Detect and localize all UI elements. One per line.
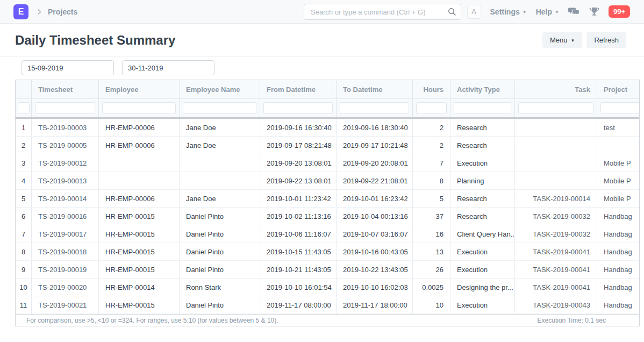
employee-name[interactable]: Jane Doe — [180, 190, 260, 207]
employee-name[interactable]: Daniel Pinto — [180, 296, 260, 314]
activity-type[interactable]: Research — [450, 137, 515, 154]
timesheet-link[interactable]: TS-2019-00021 — [32, 296, 99, 314]
employee-id[interactable] — [99, 154, 180, 172]
timesheet-link[interactable]: TS-2019-00012 — [32, 154, 99, 172]
employee-id[interactable]: HR-EMP-00006 — [99, 119, 180, 136]
project-link[interactable]: Handbag — [597, 243, 640, 260]
project-link[interactable]: Handbag — [597, 296, 640, 314]
to-datetime[interactable]: 2019-10-22 13:43:05 — [337, 261, 413, 278]
timesheet-link[interactable]: TS-2019-00016 — [32, 208, 99, 225]
to-datetime[interactable]: 2019-09-20 20:08:01 — [337, 154, 413, 172]
activity-type[interactable]: Execution — [450, 296, 515, 314]
column-filter-input[interactable] — [600, 102, 640, 114]
hours[interactable]: 26 — [413, 261, 450, 278]
from-datetime[interactable]: 2019-09-20 13:08:01 — [260, 154, 337, 172]
chat-icon[interactable] — [568, 7, 580, 16]
from-datetime[interactable]: 2019-10-21 11:43:05 — [260, 261, 337, 278]
activity-type[interactable]: Planning — [450, 172, 515, 189]
refresh-button[interactable]: Refresh — [586, 32, 626, 48]
activity-type[interactable]: Execution — [450, 261, 515, 278]
employee-id[interactable] — [99, 172, 180, 189]
timesheet-link[interactable]: TS-2019-00018 — [32, 243, 99, 260]
column-header-timesheet[interactable]: Timesheet — [32, 80, 99, 99]
hours[interactable]: 10 — [413, 296, 450, 314]
from-datetime[interactable]: 2019-10-15 11:43:05 — [260, 243, 337, 260]
column-header-to-datetime[interactable]: To Datetime — [337, 80, 413, 99]
timesheet-link[interactable]: TS-2019-00013 — [32, 172, 99, 189]
employee-id[interactable]: HR-EMP-00015 — [99, 243, 180, 260]
to-datetime[interactable]: 2019-09-22 21:08:01 — [337, 172, 413, 189]
column-filter-input[interactable] — [454, 102, 511, 114]
column-header-hours[interactable]: Hours — [413, 80, 450, 99]
activity-type[interactable]: Research — [450, 190, 515, 207]
column-header-index[interactable] — [16, 80, 32, 99]
from-date-input[interactable] — [22, 60, 114, 75]
employee-name[interactable]: Daniel Pinto — [180, 261, 260, 278]
project-link[interactable]: Handbag — [597, 279, 640, 296]
employee-id[interactable]: HR-EMP-00015 — [99, 261, 180, 278]
app-logo[interactable]: E — [13, 4, 28, 19]
user-avatar[interactable]: A — [467, 5, 481, 19]
employee-id[interactable]: HR-EMP-00006 — [99, 137, 180, 154]
task-link[interactable]: TASK-2019-00043 — [515, 296, 597, 314]
from-datetime[interactable]: 2019-11-17 08:00:00 — [260, 296, 337, 314]
column-filter-input[interactable] — [183, 102, 256, 114]
search-input[interactable] — [304, 4, 461, 20]
column-header-project[interactable]: Project — [597, 80, 640, 99]
activity-type[interactable]: Research — [450, 208, 515, 225]
task-link[interactable]: TASK-2019-00041 — [515, 243, 597, 260]
to-date-input[interactable] — [122, 60, 214, 75]
project-link[interactable]: Handbag — [597, 208, 640, 225]
task-link[interactable] — [515, 154, 597, 172]
timesheet-link[interactable]: TS-2019-00020 — [32, 279, 99, 296]
timesheet-link[interactable]: TS-2019-00003 — [32, 119, 99, 136]
to-datetime[interactable]: 2019-10-07 03:16:07 — [337, 225, 413, 243]
task-link[interactable] — [515, 172, 597, 189]
project-link[interactable]: test — [597, 119, 640, 136]
settings-dropdown[interactable]: Settings ▼ — [490, 8, 527, 16]
task-link[interactable]: TASK-2019-00032 — [515, 208, 597, 225]
employee-name[interactable] — [180, 154, 260, 172]
from-datetime[interactable]: 2019-09-22 13:08:01 — [260, 172, 337, 189]
hours[interactable]: 7 — [413, 154, 450, 172]
project-link[interactable]: Mobile P — [597, 154, 640, 172]
project-link[interactable] — [597, 137, 640, 154]
employee-name[interactable]: Ronn Stark — [180, 279, 260, 296]
employee-name[interactable]: Jane Doe — [180, 119, 260, 136]
activity-type[interactable]: Execution — [450, 154, 515, 172]
employee-name[interactable]: Daniel Pinto — [180, 243, 260, 260]
column-filter-input[interactable] — [18, 102, 30, 114]
hours[interactable]: 16 — [413, 225, 450, 243]
task-link[interactable]: TASK-2019-00014 — [515, 190, 597, 207]
menu-button[interactable]: Menu ▼ — [542, 32, 582, 48]
task-link[interactable]: TASK-2019-00032 — [515, 225, 597, 243]
column-filter-input[interactable] — [340, 102, 409, 114]
timesheet-link[interactable]: TS-2019-00005 — [32, 137, 99, 154]
to-datetime[interactable]: 2019-10-16 00:43:05 — [337, 243, 413, 260]
from-datetime[interactable]: 2019-09-16 16:30:40 — [260, 119, 337, 136]
hours[interactable]: 2 — [413, 137, 450, 154]
hours[interactable]: 37 — [413, 208, 450, 225]
from-datetime[interactable]: 2019-10-02 11:13:16 — [260, 208, 337, 225]
column-header-from-datetime[interactable]: From Datetime — [260, 80, 337, 99]
column-filter-input[interactable] — [263, 102, 333, 114]
from-datetime[interactable]: 2019-09-17 08:21:48 — [260, 137, 337, 154]
activity-type[interactable]: Execution — [450, 243, 515, 260]
task-link[interactable]: TASK-2019-00041 — [515, 279, 597, 296]
from-datetime[interactable]: 2019-10-06 11:16:07 — [260, 225, 337, 243]
hours[interactable]: 2 — [413, 119, 450, 136]
column-header-activity-type[interactable]: Activity Type — [450, 80, 515, 99]
hours[interactable]: 13 — [413, 243, 450, 260]
project-link[interactable]: Mobile P — [597, 172, 640, 189]
to-datetime[interactable]: 2019-10-04 00:13:16 — [337, 208, 413, 225]
to-datetime[interactable]: 2019-09-16 18:30:40 — [337, 119, 413, 136]
timesheet-link[interactable]: TS-2019-00017 — [32, 225, 99, 243]
from-datetime[interactable]: 2019-10-10 16:01:54 — [260, 279, 337, 296]
activity-type[interactable]: Client Query Han... — [450, 225, 515, 243]
project-link[interactable]: Handbag — [597, 261, 640, 278]
column-header-task[interactable]: Task — [515, 80, 597, 99]
employee-name[interactable]: Daniel Pinto — [180, 225, 260, 243]
column-filter-input[interactable] — [518, 102, 593, 114]
employee-id[interactable]: HR-EMP-00015 — [99, 208, 180, 225]
activity-type[interactable]: Research — [450, 119, 515, 136]
